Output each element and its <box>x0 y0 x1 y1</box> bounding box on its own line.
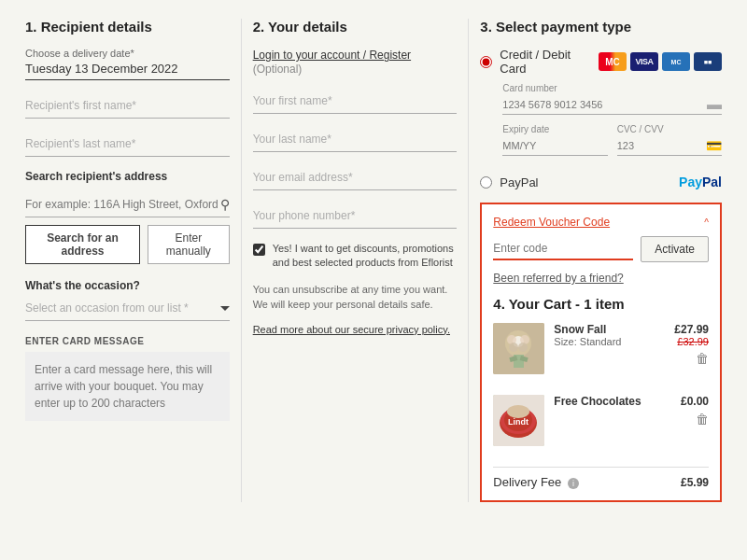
info-icon: i <box>568 478 579 489</box>
activate-button[interactable]: Activate <box>641 236 709 262</box>
search-icon: ⚲ <box>220 197 230 212</box>
card-logos: MC VISA MC ■■ <box>599 52 722 71</box>
enter-manually-button[interactable]: Enter manually <box>148 225 230 264</box>
card-secondary-fields: Expiry date CVC / CVV 💳 <box>502 124 722 165</box>
cart-item-snow-fall: Snow Fall Size: Standard £27.99 £32.99 🗑 <box>493 323 709 384</box>
expiry-input[interactable] <box>502 136 607 156</box>
unsubscribe-info: You can unsubscribe at any time you want… <box>253 282 458 313</box>
payment-column: 3. Select payment type Credit / Debit Ca… <box>468 19 733 502</box>
recipient-details-column: 1. Recipient details Choose a delivery d… <box>14 19 241 502</box>
chocolates-price-col: £0.00 🗑 <box>657 395 709 427</box>
credit-card-radio[interactable] <box>480 56 492 68</box>
delivery-label: Delivery Fee i <box>493 475 579 489</box>
snow-fall-name: Snow Fall <box>554 323 648 336</box>
credit-card-radio-row: Credit / Debit Card MC VISA MC ■■ <box>480 48 722 76</box>
privacy-link[interactable]: Read more about our secure privacy polic… <box>253 324 450 335</box>
paypal-logo: PayPal <box>679 175 722 189</box>
cvc-input[interactable] <box>617 136 706 155</box>
flower-svg <box>493 323 544 374</box>
paypal-label: PayPal <box>500 175 538 189</box>
snow-fall-original-price: £32.99 <box>657 336 709 347</box>
voucher-cart-box: Redeem Voucher Code ^ Activate Been refe… <box>480 203 722 502</box>
snow-fall-size: Size: Standard <box>554 336 648 347</box>
occasion-section-title: What's the occasion? <box>25 279 230 292</box>
address-section-title: Search recipient's address <box>25 170 230 183</box>
delivery-label: Choose a delivery date* <box>25 48 230 59</box>
snow-fall-price: £27.99 <box>657 323 709 336</box>
optional-text: (Optional) <box>253 63 303 76</box>
paypal-p2: Pal <box>702 175 722 189</box>
card-message-text[interactable]: Enter a card message here, this will arr… <box>25 352 230 421</box>
referred-link[interactable]: Been referred by a friend? <box>493 272 709 285</box>
card-number-input[interactable] <box>502 95 707 114</box>
voucher-header: Redeem Voucher Code ^ <box>493 216 709 229</box>
marketing-checkbox-label: Yes! I want to get discounts, promotions… <box>273 242 458 271</box>
snow-fall-image <box>493 323 544 374</box>
mastercard-logo: MC <box>599 52 627 71</box>
delivery-row: Delivery Fee i £5.99 <box>493 467 709 489</box>
amex-logo: MC <box>662 52 690 71</box>
recipient-last-name-input[interactable] <box>25 132 230 157</box>
payment-title: 3. Select payment type <box>480 19 722 35</box>
voucher-code-input[interactable] <box>493 238 633 260</box>
your-first-name-input[interactable] <box>253 89 458 114</box>
card-message-label: ENTER CARD MESSAGE <box>25 336 230 346</box>
snow-fall-price-col: £27.99 £32.99 🗑 <box>657 323 709 366</box>
chocolates-name: Free Chocolates <box>554 395 648 408</box>
cvc-field-group: CVC / CVV 💳 <box>617 124 722 165</box>
paypal-row: PayPal PayPal <box>480 175 722 189</box>
visa-logo: VISA <box>630 52 658 71</box>
snow-fall-details: Snow Fall Size: Standard <box>554 323 648 349</box>
svg-point-5 <box>509 343 518 352</box>
card-number-label: Card number <box>502 83 722 93</box>
email-input[interactable] <box>253 165 458 190</box>
search-address-button[interactable]: Search for an address <box>25 225 140 264</box>
chevron-up-icon: ^ <box>704 217 709 228</box>
cvc-label: CVC / CVV <box>617 124 722 134</box>
voucher-title[interactable]: Redeem Voucher Code <box>493 216 610 229</box>
paypal-radio[interactable] <box>480 176 492 189</box>
chevron-down-icon <box>220 306 230 311</box>
paypal-p1: Pay <box>679 175 702 189</box>
card-icon: 💳 <box>706 138 722 153</box>
card-chip-icon: ▬ <box>707 96 722 113</box>
login-row: Login to your account / Register (Option… <box>253 48 458 76</box>
card-fields: Card number ▬ Expiry date CVC / CVV 💳 <box>502 83 722 165</box>
address-search-row: ⚲ <box>25 192 230 217</box>
choc-svg: Lindt <box>493 395 544 446</box>
other-card-logo: ■■ <box>694 52 722 71</box>
cart-title: 4. Your Cart - 1 item <box>493 296 709 312</box>
delivery-price: £5.99 <box>681 476 709 489</box>
login-link[interactable]: Login to your account / Register <box>253 49 411 62</box>
col2-title: 2. Your details <box>253 19 458 35</box>
chocolates-details: Free Chocolates <box>554 395 648 408</box>
marketing-checkbox-row: Yes! I want to get discounts, promotions… <box>253 242 458 271</box>
credit-card-label: Credit / Debit Card <box>500 48 591 76</box>
recipient-first-name-input[interactable] <box>25 93 230 119</box>
chocolates-delete-icon[interactable]: 🗑 <box>657 412 709 427</box>
occasion-select[interactable]: Select an occasion from our list * <box>25 301 220 315</box>
expiry-field-group: Expiry date <box>502 124 607 165</box>
svg-point-6 <box>518 343 528 352</box>
address-search-input[interactable] <box>25 192 220 217</box>
expiry-label: Expiry date <box>502 124 607 134</box>
cart-item-chocolates: Lindt Free Chocolates £0.00 🗑 <box>493 395 709 455</box>
svg-point-15 <box>507 405 529 418</box>
svg-text:Lindt: Lindt <box>508 417 529 427</box>
chocolates-price: £0.00 <box>657 395 709 408</box>
chocolates-image: Lindt <box>493 395 544 446</box>
col1-title: 1. Recipient details <box>25 19 230 35</box>
address-button-row: Search for an address Enter manually <box>25 225 230 264</box>
occasion-select-row: Select an occasion from our list * <box>25 301 230 321</box>
your-last-name-input[interactable] <box>253 127 458 152</box>
phone-input[interactable] <box>253 203 458 229</box>
delivery-value: Tuesday 13 December 2022 <box>25 62 230 80</box>
your-details-column: 2. Your details Login to your account / … <box>241 19 469 502</box>
snow-fall-delete-icon[interactable]: 🗑 <box>657 351 709 366</box>
marketing-checkbox[interactable] <box>253 244 265 256</box>
voucher-input-row: Activate <box>493 236 709 262</box>
